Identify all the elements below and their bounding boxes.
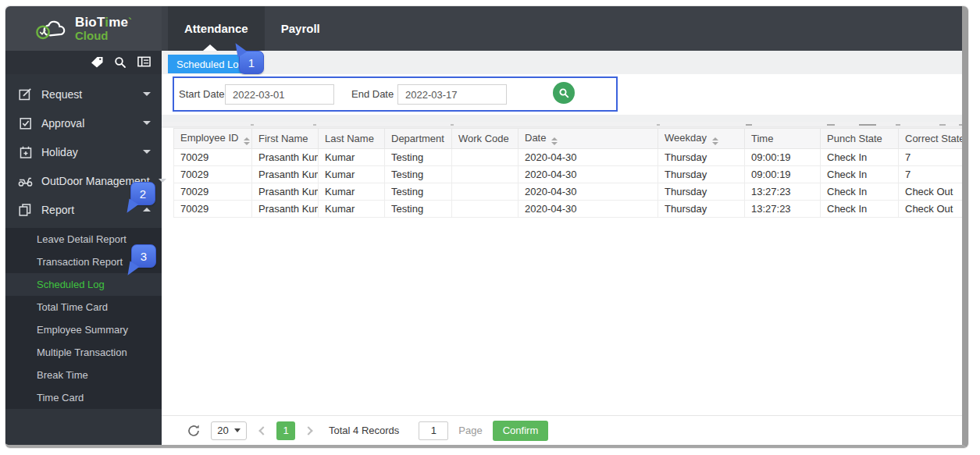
top-tab-label: Attendance <box>184 22 248 35</box>
table-cell: Prasanth Kumar <box>252 183 319 201</box>
table-cell: Check Out <box>899 183 963 201</box>
start-date-label: Start Date <box>179 88 225 100</box>
main-content: Scheduled Log Start Date End Date <box>162 51 962 445</box>
chevron-down-icon <box>143 150 151 154</box>
column-header-weekday[interactable]: Weekday <box>658 129 745 149</box>
chevron-up-icon <box>143 208 151 212</box>
tag-icon[interactable] <box>91 56 104 69</box>
app-header: BioTime` Cloud AttendancePayroll <box>5 6 962 51</box>
submenu-item-time-card[interactable]: Time Card <box>5 386 162 409</box>
table-cell: Prasanth Kumar <box>252 166 319 183</box>
column-header-employee-id[interactable]: Employee ID <box>174 129 252 149</box>
submenu-item-total-time-card[interactable]: Total Time Card <box>5 296 162 318</box>
page-size-select[interactable]: 20 <box>211 421 247 440</box>
start-date-input[interactable] <box>225 84 334 105</box>
chevron-down-icon <box>159 179 166 183</box>
submenu-item-break-time[interactable]: Break Time <box>5 364 162 386</box>
column-header-work-code: Work Code <box>452 129 519 149</box>
approval-icon <box>18 117 33 130</box>
sidebar-item-label: Report <box>41 204 134 216</box>
annotation-step-2: 2 <box>130 182 155 205</box>
search-icon <box>558 87 569 98</box>
table-cell: Thursday <box>658 183 745 201</box>
table-cell: Thursday <box>658 201 745 218</box>
column-header-date[interactable]: Date <box>519 129 658 149</box>
table-cell: Check In <box>821 149 899 166</box>
logo[interactable]: BioTime` Cloud <box>5 6 162 51</box>
submenu-item-label: Employee Summary <box>37 324 128 336</box>
end-date-input[interactable] <box>397 84 507 105</box>
sidebar-item-approval[interactable]: Approval <box>5 108 162 137</box>
active-tab-pointer-icon <box>203 44 217 51</box>
top-tab-attendance[interactable]: Attendance <box>168 6 265 51</box>
app-window: BioTime` Cloud AttendancePayroll Request… <box>5 6 968 448</box>
table-cell: Prasanth Kumar <box>252 201 319 218</box>
table-panel: Employee IDFirst NameLast NameDepartment… <box>162 128 962 445</box>
collapse-menu-icon[interactable] <box>137 56 151 69</box>
table-row[interactable]: 70029Prasanth KumarKumarTesting2020-04-3… <box>174 201 963 218</box>
sidebar-item-request[interactable]: Request <box>5 80 162 108</box>
table-cell: Kumar <box>319 149 385 166</box>
table-cell: Thursday <box>658 149 745 166</box>
annotation-step-3: 3 <box>131 244 156 268</box>
sidebar-toolbar <box>5 51 162 74</box>
sort-icon[interactable] <box>551 137 558 145</box>
annotation-step-1: 1 <box>239 51 264 74</box>
column-header-label: First Name <box>258 133 308 144</box>
clipped-toolbar-row <box>162 122 962 127</box>
table-cell: Check In <box>821 183 899 201</box>
column-header-label: Correct State <box>905 133 963 144</box>
screenshot-stage: BioTime` Cloud AttendancePayroll Request… <box>0 0 980 455</box>
table-cell: 13:27:23 <box>745 201 821 218</box>
table-cell: 70029 <box>174 166 252 183</box>
submenu-item-multiple-transaction[interactable]: Multiple Transaction <box>5 341 162 364</box>
submenu-item-employee-summary[interactable]: Employee Summary <box>5 318 162 341</box>
table-row[interactable]: 70029Prasanth KumarKumarTesting2020-04-3… <box>174 166 963 183</box>
table-cell: Kumar <box>319 201 385 218</box>
submenu-item-label: Total Time Card <box>37 301 108 313</box>
table-cell: Testing <box>385 183 452 201</box>
sort-icon[interactable] <box>244 137 250 145</box>
top-tab-payroll[interactable]: Payroll <box>265 6 337 51</box>
sort-icon[interactable] <box>712 137 718 145</box>
table-row[interactable]: 70029Prasanth KumarKumarTesting2020-04-3… <box>174 149 963 166</box>
table-cell: 2020-04-30 <box>519 183 658 201</box>
table-row[interactable]: 70029Prasanth KumarKumarTesting2020-04-3… <box>174 183 963 201</box>
top-menubar: AttendancePayroll <box>162 6 962 51</box>
sidebar-item-label: Approval <box>41 117 134 130</box>
calendar-icon <box>18 146 33 158</box>
column-header-label: Work Code <box>458 133 509 144</box>
chevron-down-icon <box>143 121 151 125</box>
scooter-icon <box>18 175 33 187</box>
submenu-item-scheduled-log[interactable]: Scheduled Log <box>5 273 162 296</box>
table-empty-area <box>162 218 962 415</box>
column-header-label: Last Name <box>325 133 374 144</box>
table-cell: 13:27:23 <box>745 183 821 201</box>
brand-name: BioTime` <box>75 16 132 29</box>
column-header-label: Department <box>391 133 444 144</box>
refresh-button[interactable] <box>187 424 201 438</box>
table-cell: Thursday <box>658 166 745 183</box>
column-header-last-name: Last Name <box>319 129 385 149</box>
page-number-input[interactable] <box>419 421 448 440</box>
submenu-item-label: Transaction Report <box>37 256 123 268</box>
confirm-button[interactable]: Confirm <box>493 421 549 441</box>
search-button[interactable] <box>553 82 575 104</box>
pagination-bar: 20 1 Total 4 Records Page Confirm <box>162 415 962 445</box>
submenu-item-label: Break Time <box>37 369 88 381</box>
table-cell: 7 <box>899 166 963 183</box>
search-icon[interactable] <box>114 56 127 69</box>
sidebar-item-holiday[interactable]: Holiday <box>5 137 162 166</box>
end-date-label: End Date <box>351 88 394 100</box>
sidebar-item-label: Holiday <box>41 146 134 158</box>
page-label: Page <box>458 425 482 436</box>
page-1-button[interactable]: 1 <box>276 421 295 440</box>
previous-page-icon[interactable] <box>258 426 267 435</box>
table-cell: 7 <box>899 149 963 166</box>
column-header-correct-state: Correct State <box>899 129 963 149</box>
column-header-department: Department <box>385 129 452 149</box>
next-page-icon[interactable] <box>304 426 312 435</box>
column-header-punch-state: Punch State <box>821 129 899 149</box>
submenu-item-label: Scheduled Log <box>37 279 105 290</box>
submenu-item-label: Multiple Transaction <box>37 347 127 358</box>
